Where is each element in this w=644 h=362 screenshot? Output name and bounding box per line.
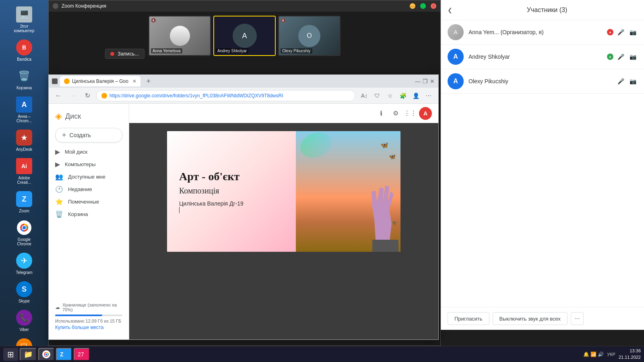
zoom-taskbar-btn[interactable]: Z xyxy=(56,348,72,361)
new-tab-btn[interactable]: + xyxy=(143,76,154,87)
andrey-controls: ● 🎤 📷 xyxy=(607,52,638,62)
anna-audio-btn[interactable]: 🎤 xyxy=(616,27,625,37)
browser-minimize-btn[interactable]: — xyxy=(415,78,421,84)
andrey-video-name: Andrey Shkolyar xyxy=(216,48,248,53)
zoom-minimize-btn[interactable]: — xyxy=(410,3,415,9)
olexy-avatar: A xyxy=(448,73,464,89)
gdrive-nav-starred[interactable]: ⭐ Помеченные xyxy=(49,195,129,208)
browser-restore-btn[interactable]: ❐ xyxy=(422,78,428,84)
gdrive-buy-link[interactable]: Купить больше места xyxy=(55,325,103,330)
gdrive-toolbar: ℹ ⚙ ⋮⋮ A xyxy=(129,104,438,123)
gdrive-account-avatar[interactable]: A xyxy=(419,107,432,120)
gdrive-storage-bar xyxy=(55,315,122,316)
taskbar-lang: УКР xyxy=(607,352,615,357)
gdrive-create-label: Создать xyxy=(70,132,91,138)
andrey-audio-btn[interactable]: 🎤 xyxy=(616,52,625,62)
desktop-icon-chrome[interactable]: GoogleChrome xyxy=(6,217,42,249)
browser-close-btn[interactable]: ✕ xyxy=(429,78,435,84)
trash-icon: 🗑️ xyxy=(55,210,63,218)
browser-tab-active[interactable]: Цилінська Валерія – Google Д... ✕ xyxy=(60,76,140,86)
start-btn[interactable]: ⊞ xyxy=(3,348,18,361)
participant-video-olexy[interactable]: O 🔇 Olexy Pikucshiy xyxy=(278,16,341,56)
andrey-video-btn[interactable]: 📷 xyxy=(628,52,638,62)
bookmark-btn[interactable]: ☆ xyxy=(384,90,396,101)
gdrive-storage-label: Хранилище (заполнено на 70%) xyxy=(62,302,122,312)
gdrive-create-btn[interactable]: + Создать xyxy=(55,128,122,142)
app4-taskbar-btn[interactable]: 27 xyxy=(74,348,90,361)
refresh-btn[interactable]: ↻ xyxy=(82,90,93,101)
slide-right: 🦋 🦋 🦋 xyxy=(296,131,400,252)
browser-window-controls: — ❐ ✕ xyxy=(415,78,435,84)
olexy-audio-btn[interactable]: 🎤 xyxy=(616,76,625,86)
desktop-icon-anna[interactable]: A Анна –Chrom... xyxy=(6,94,42,125)
participant-video-anna[interactable]: 🔇 Anna Yemelova xyxy=(149,16,211,56)
desktop-icon-pc[interactable]: 🖥️ Этоткомпьютер xyxy=(6,4,42,35)
chrome-taskbar-btn[interactable] xyxy=(38,348,54,361)
gdrive-info-btn[interactable]: ℹ xyxy=(376,108,387,119)
forward-btn[interactable]: → xyxy=(67,90,78,101)
shield-btn[interactable]: 🛡 xyxy=(372,90,383,101)
recording-dot xyxy=(110,52,114,56)
account-btn[interactable]: 👤 xyxy=(410,90,421,101)
panel-more-btn[interactable]: ··· xyxy=(571,312,584,325)
gdrive-nav-shared-label: Доступные мне xyxy=(68,174,105,180)
andrey-audio-on-indicator: ● xyxy=(607,53,613,60)
olexy-name: Olexy Pikucshiy xyxy=(469,78,611,84)
desktop-icon-bandica[interactable]: B Bandica xyxy=(6,37,42,64)
desktop-icon-korzina[interactable]: 🗑️ Корзина xyxy=(6,66,42,93)
andrey-name: Andrey Shkolyar xyxy=(469,53,602,60)
extensions-btn[interactable]: 🧩 xyxy=(397,90,409,101)
recording-label: Запись... xyxy=(118,51,139,57)
desktop-icon-anydesk[interactable]: ★ AnyDesk xyxy=(6,127,42,154)
gdrive-nav-computers-label: Компьютеры xyxy=(65,161,96,167)
taskbar-right: 🔔 📶 🔊 УКР 13:36 21.11.2022 xyxy=(583,348,641,360)
address-bar[interactable]: https://drive.google.com/drive/folders/1… xyxy=(96,90,355,101)
gdrive-settings-btn[interactable]: ⚙ xyxy=(390,108,401,119)
gdrive-nav-computers[interactable]: ▶ Компьютеры xyxy=(49,158,129,171)
file-explorer-btn[interactable]: 📁 xyxy=(20,348,37,361)
olexy-video-name: Olexy Pikucshiy xyxy=(281,48,312,53)
tab-close-btn[interactable]: ✕ xyxy=(132,78,136,84)
anna-video-btn[interactable]: 📷 xyxy=(628,27,638,37)
taskbar: ⊞ 📁 Z 27 🔔 📶 🔊 УКР 13:36 21.11.2022 xyxy=(0,346,644,362)
starred-icon: ⭐ xyxy=(55,198,63,206)
anna-controls: ● 🎤 📷 xyxy=(607,27,638,37)
file-explorer-icon: 📁 xyxy=(24,350,33,359)
gdrive-main: ℹ ⚙ ⋮⋮ A Арт - об'єкт Композиція Цилінсь… xyxy=(129,104,438,339)
slide-photo: 🦋 🦋 🦋 xyxy=(296,131,400,252)
menu-btn[interactable]: ⋯ xyxy=(423,90,434,101)
panel-collapse-btn[interactable]: ❮ xyxy=(448,7,452,13)
desktop-icon-zoom[interactable]: Z Zoom xyxy=(6,189,42,216)
gdrive-nav-recent[interactable]: 🕐 Недавние xyxy=(49,183,129,195)
browser-content: ◈ Диск + Создать ▶ Мой диск ▶ Компьютеры… xyxy=(49,104,438,339)
gdrive-nav-trash[interactable]: 🗑️ Корзина xyxy=(49,208,129,220)
desktop-icon-skype[interactable]: S Skype xyxy=(6,279,42,306)
taskbar-icons: 🔔 📶 🔊 xyxy=(583,352,604,357)
zoom-maximize-btn[interactable]: □ xyxy=(420,3,426,9)
participant-item-olexy: A Olexy Pikucshiy 🎤 📷 xyxy=(441,69,644,94)
anna-status-dot: ● xyxy=(607,29,613,35)
zoom-close-btn[interactable]: ✕ xyxy=(431,3,436,9)
text-cursor xyxy=(179,207,180,213)
participant-item-andrey: A Andrey Shkolyar ● 🎤 📷 xyxy=(441,45,644,69)
gdrive-nav-mydisk[interactable]: ▶ Мой диск xyxy=(49,146,129,158)
participant-video-andrey[interactable]: A Andrey Shkolyar xyxy=(213,16,276,56)
app4-taskbar-icon: 27 xyxy=(78,351,84,358)
gdrive-storage-fill xyxy=(55,315,102,316)
gdrive-nav-shared[interactable]: 👥 Доступные мне xyxy=(49,171,129,183)
slide-author: Цилінська Валерія Дг-19 xyxy=(179,200,284,207)
back-btn[interactable]: ← xyxy=(53,90,64,101)
anna-mic-icon: 🔇 xyxy=(151,18,156,23)
butterfly1: 🦋 xyxy=(380,141,388,149)
desktop-icon-viber[interactable]: 📞 Viber xyxy=(6,307,42,334)
desktop-icon-adobe[interactable]: Ai AdobeCreati... xyxy=(6,156,42,187)
participants-panel: ❮ Участники (3) A Anna Yem... (Организат… xyxy=(441,0,644,330)
invite-btn[interactable]: Пригласить xyxy=(448,312,489,325)
olexy-video-btn[interactable]: 📷 xyxy=(628,76,638,86)
gdrive-apps-btn[interactable]: ⋮⋮ xyxy=(405,108,416,119)
butterfly3: 🦋 xyxy=(391,220,397,226)
mute-all-btn[interactable]: Выключить звук для всех xyxy=(493,312,568,325)
butterfly2: 🦋 xyxy=(389,153,396,160)
desktop-icon-telegram[interactable]: ✈ Telegram xyxy=(6,250,42,277)
reader-mode-btn[interactable]: A↕ xyxy=(359,90,370,101)
